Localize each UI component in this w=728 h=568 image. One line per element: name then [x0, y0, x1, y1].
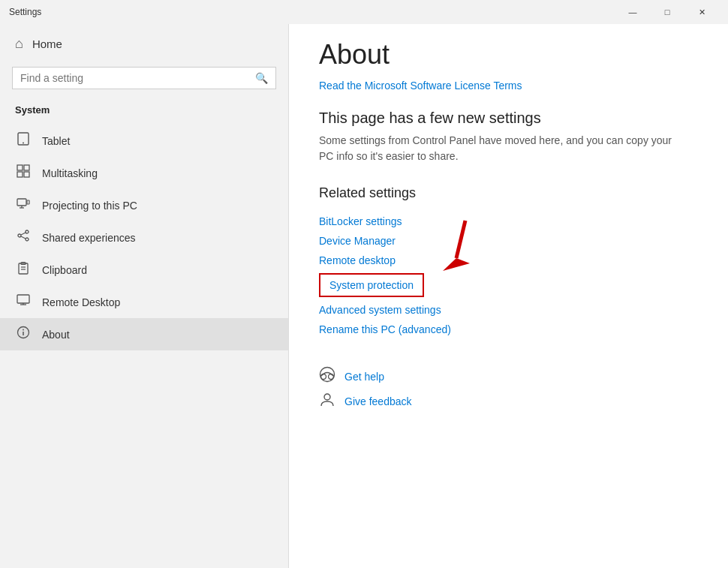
- rename-pc-link[interactable]: Rename this PC (advanced): [319, 320, 698, 339]
- system-protection-wrapper: System protection: [319, 273, 424, 297]
- projecting-icon: [15, 197, 32, 214]
- svg-line-14: [21, 236, 26, 239]
- new-settings-heading: This page has a few new settings: [319, 110, 698, 127]
- sidebar-item-projecting[interactable]: Projecting to this PC: [0, 189, 288, 221]
- svg-line-13: [21, 233, 26, 235]
- svg-point-1: [23, 143, 24, 144]
- home-label: Home: [32, 38, 62, 50]
- app-body: ⌂ Home 🔍 System Tablet: [0, 24, 728, 568]
- sidebar-item-label-tablet: Tablet: [42, 135, 70, 147]
- multitasking-icon: [15, 164, 32, 182]
- get-help-link[interactable]: Get help: [344, 371, 384, 383]
- svg-rect-3: [24, 165, 29, 170]
- get-help-icon: [319, 366, 335, 386]
- remote-desktop-link[interactable]: Remote desktop: [319, 251, 698, 270]
- titlebar: Settings — □ ✕: [0, 0, 728, 24]
- sidebar-item-label-shared: Shared experiences: [42, 232, 136, 244]
- clipboard-icon: [15, 261, 32, 278]
- window-controls: — □ ✕: [615, 0, 719, 24]
- give-feedback-item[interactable]: Give feedback: [319, 391, 698, 411]
- advanced-system-link[interactable]: Advanced system settings: [319, 300, 698, 320]
- new-settings-description: Some settings from Control Panel have mo…: [319, 133, 679, 164]
- system-protection-box: System protection: [319, 273, 424, 297]
- sidebar-section-title: System: [0, 98, 288, 125]
- svg-rect-6: [17, 199, 26, 206]
- content-area: About Read the Microsoft Software Licens…: [289, 24, 728, 568]
- search-icon: 🔍: [255, 72, 268, 84]
- related-settings-section: Related settings BitLocker settings Devi…: [319, 185, 698, 339]
- svg-rect-19: [17, 295, 29, 303]
- sidebar: ⌂ Home 🔍 System Tablet: [0, 24, 289, 568]
- sidebar-item-label-multitasking: Multitasking: [42, 167, 98, 179]
- app-title: Settings: [9, 7, 615, 17]
- search-box: 🔍: [12, 67, 276, 89]
- sidebar-item-label-projecting: Projecting to this PC: [42, 200, 137, 212]
- bitlocker-link[interactable]: BitLocker settings: [319, 212, 698, 231]
- red-arrow-svg: [435, 217, 480, 281]
- give-feedback-link[interactable]: Give feedback: [344, 395, 412, 407]
- svg-point-24: [23, 329, 24, 331]
- svg-point-10: [26, 230, 29, 233]
- tablet-icon: [15, 132, 32, 149]
- page-title: About: [319, 39, 698, 71]
- sidebar-item-label-clipboard: Clipboard: [42, 264, 87, 276]
- sidebar-item-multitasking[interactable]: Multitasking: [0, 157, 288, 189]
- related-settings-title: Related settings: [319, 185, 698, 201]
- svg-rect-2: [17, 165, 23, 170]
- sidebar-item-label-about: About: [42, 329, 70, 341]
- maximize-button[interactable]: □: [650, 0, 684, 24]
- sidebar-item-clipboard[interactable]: Clipboard: [0, 254, 288, 286]
- svg-rect-15: [19, 263, 28, 274]
- sidebar-item-about[interactable]: About: [0, 318, 288, 350]
- minimize-button[interactable]: —: [615, 0, 650, 24]
- svg-point-12: [26, 238, 29, 241]
- svg-point-30: [324, 394, 330, 400]
- close-button[interactable]: ✕: [684, 0, 719, 24]
- sidebar-item-home[interactable]: ⌂ Home: [0, 24, 288, 64]
- svg-rect-9: [27, 200, 29, 204]
- give-feedback-icon: [319, 391, 335, 411]
- svg-rect-5: [24, 172, 29, 177]
- sidebar-item-remote[interactable]: Remote Desktop: [0, 286, 288, 318]
- search-input[interactable]: [20, 72, 249, 84]
- new-settings-section: This page has a few new settings Some se…: [319, 110, 698, 164]
- license-link[interactable]: Read the Microsoft Software License Term…: [319, 80, 698, 92]
- svg-marker-26: [443, 258, 470, 271]
- system-protection-link[interactable]: System protection: [329, 279, 414, 291]
- sidebar-item-tablet[interactable]: Tablet: [0, 125, 288, 157]
- get-help-item[interactable]: Get help: [319, 366, 698, 386]
- arrow-annotation: [435, 217, 480, 284]
- home-icon: ⌂: [15, 36, 23, 52]
- sidebar-item-label-remote: Remote Desktop: [42, 296, 120, 308]
- svg-line-25: [456, 221, 465, 258]
- device-manager-link[interactable]: Device Manager: [319, 231, 698, 251]
- remote-icon: [15, 293, 32, 311]
- shared-icon: [15, 229, 32, 246]
- about-icon: [15, 326, 32, 343]
- svg-point-11: [18, 234, 21, 237]
- sidebar-item-shared[interactable]: Shared experiences: [0, 221, 288, 254]
- svg-rect-4: [17, 172, 23, 177]
- help-section: Get help Give feedback: [319, 366, 698, 411]
